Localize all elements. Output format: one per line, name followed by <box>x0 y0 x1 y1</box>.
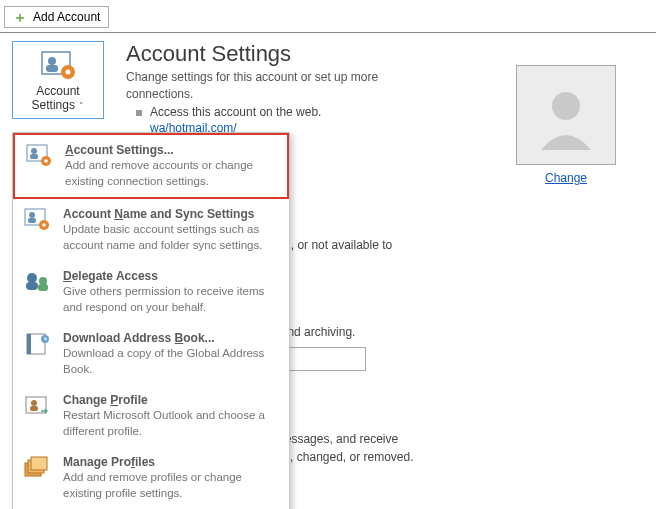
menu-item-title: Delegate Access <box>63 269 279 283</box>
menu-item-title: Download Address Book... <box>63 331 279 345</box>
svg-point-24 <box>31 400 37 406</box>
account-settings-button[interactable]: Account Settings ˅ <box>12 41 104 119</box>
page-title: Account Settings <box>126 41 656 67</box>
account-settings-icon <box>25 143 55 169</box>
svg-rect-19 <box>38 284 48 291</box>
svg-point-5 <box>552 92 580 120</box>
change-photo-link[interactable]: Change <box>545 171 587 185</box>
add-account-button[interactable]: ＋ Add Account <box>4 6 109 28</box>
svg-point-18 <box>39 277 47 285</box>
svg-rect-21 <box>27 334 31 354</box>
menu-item-1[interactable]: Account Name and Sync SettingsUpdate bas… <box>13 199 289 261</box>
svg-rect-8 <box>30 154 38 159</box>
menu-item-2[interactable]: Delegate AccessGive others permission to… <box>13 261 289 323</box>
menu-item-0[interactable]: Account Settings...Add and remove accoun… <box>13 133 289 199</box>
address-book-icon <box>23 331 53 357</box>
menu-item-title: Manage Profiles <box>63 455 279 469</box>
manage-profiles-icon <box>23 455 53 481</box>
delegate-icon <box>23 269 53 295</box>
menu-item-sub: Download a copy of the Global Address Bo… <box>63 346 279 377</box>
menu-item-4[interactable]: Change ProfileRestart Microsoft Outlook … <box>13 385 289 447</box>
menu-item-sub: Restart Microsoft Outlook and choose a d… <box>63 408 279 439</box>
menu-item-title: Change Profile <box>63 393 279 407</box>
menu-item-sub: Add and remove accounts or change existi… <box>65 158 277 189</box>
svg-rect-17 <box>26 282 38 290</box>
plus-icon: ＋ <box>13 11 27 23</box>
menu-item-5[interactable]: Manage ProfilesAdd and remove profiles o… <box>13 447 289 509</box>
svg-rect-28 <box>31 457 47 470</box>
avatar <box>516 65 616 165</box>
svg-rect-13 <box>28 218 36 223</box>
menu-item-title: Account Name and Sync Settings <box>63 207 279 221</box>
svg-point-15 <box>42 223 46 227</box>
menu-item-title: Account Settings... <box>65 143 277 157</box>
add-account-label: Add Account <box>33 10 100 24</box>
page-desc: Change settings for this account or set … <box>126 69 426 103</box>
account-settings-menu: Account Settings...Add and remove accoun… <box>12 132 290 509</box>
svg-rect-2 <box>46 65 58 72</box>
menu-item-3[interactable]: Download Address Book...Download a copy … <box>13 323 289 385</box>
svg-point-7 <box>31 148 37 154</box>
svg-point-16 <box>27 273 37 283</box>
svg-rect-25 <box>30 406 38 411</box>
svg-point-12 <box>29 212 35 218</box>
svg-point-10 <box>44 159 48 163</box>
svg-point-4 <box>66 70 71 75</box>
sync-settings-icon <box>23 207 53 233</box>
big-btn-line1: Account <box>36 84 79 98</box>
change-profile-icon <box>23 393 53 419</box>
bullet-text: Access this account on the web. <box>150 105 321 119</box>
account-settings-big-icon <box>38 50 78 80</box>
chevron-down-icon: ˅ <box>77 101 85 111</box>
svg-point-1 <box>48 57 56 65</box>
menu-item-sub: Add and remove profiles or change existi… <box>63 470 279 501</box>
bullet-icon <box>136 110 142 116</box>
big-btn-line2: Settings <box>32 98 75 112</box>
menu-item-sub: Update basic account settings such as ac… <box>63 222 279 253</box>
menu-item-sub: Give others permission to receive items … <box>63 284 279 315</box>
